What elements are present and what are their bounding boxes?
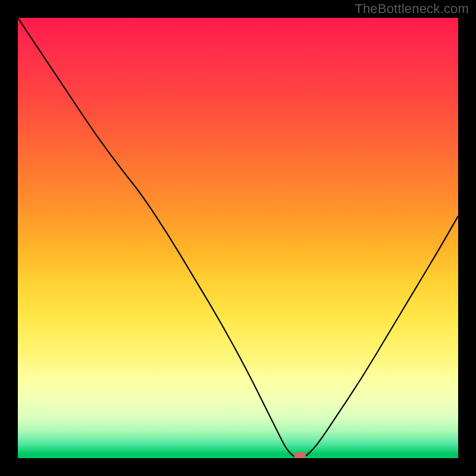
chart-frame: TheBottleneck.com [0,0,476,476]
plot-area [18,18,458,458]
watermark-text: TheBottleneck.com [355,1,469,17]
optimal-marker [294,452,306,458]
bottleneck-curve [18,18,458,458]
curve-path [18,18,458,458]
